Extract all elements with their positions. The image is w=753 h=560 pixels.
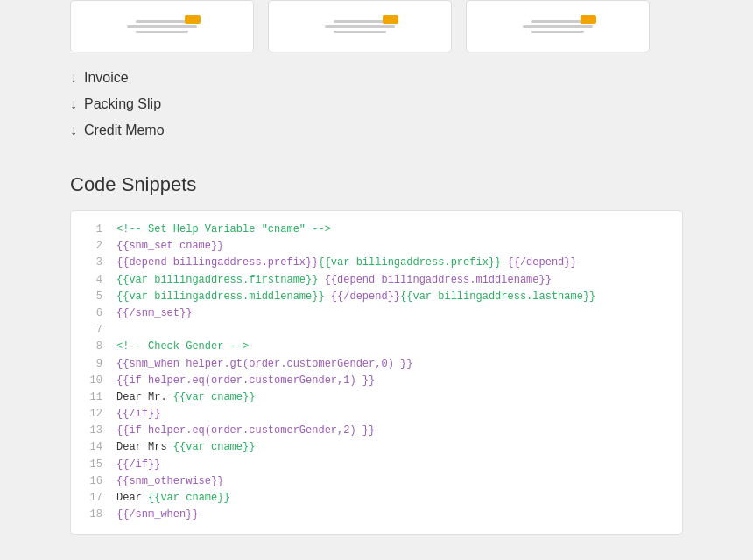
- card-3: [466, 0, 650, 52]
- card-2: [268, 0, 452, 52]
- card-badge-3: [581, 15, 596, 24]
- invoice-label: Invoice: [84, 70, 129, 86]
- line-code: {{if helper.eq(order.customerGender,1) }…: [116, 373, 375, 389]
- line-code: <!-- Check Gender -->: [116, 339, 249, 355]
- line-code: {{var billingaddress.firstname}} {{depen…: [116, 272, 552, 289]
- line-number: 17: [85, 490, 102, 507]
- line-number: 8: [85, 339, 102, 355]
- line-code: Dear Mr. {{var cname}}: [116, 389, 255, 406]
- line-code: {{/snm_set}}: [116, 305, 192, 322]
- line-number: 3: [85, 255, 102, 271]
- line-code: {{snm_set cname}}: [116, 238, 223, 255]
- line-number: 10: [85, 373, 102, 389]
- code-line: 4 {{var billingaddress.firstname}} {{dep…: [85, 272, 668, 289]
- card-badge-2: [383, 15, 398, 24]
- top-cards-row: [0, 0, 753, 52]
- code-line: 8<!-- Check Gender -->: [85, 339, 668, 355]
- line-code: {{snm_when helper.gt(order.customerGende…: [116, 356, 412, 373]
- card-badge-1: [185, 15, 201, 24]
- line-number: 18: [85, 507, 102, 523]
- card-1: [70, 0, 254, 52]
- line-number: 15: [85, 457, 102, 473]
- code-snippets-section: Code Snippets 1<!-- Set Help Variable "c…: [0, 156, 753, 552]
- code-line: 7: [85, 322, 668, 339]
- line-number: 7: [85, 322, 102, 339]
- code-line: 5 {{var billingaddress.middlename}} {{/d…: [85, 289, 668, 305]
- credit-memo-link[interactable]: ↓ Credit Memo: [70, 122, 683, 138]
- line-number: 1: [85, 221, 102, 238]
- code-snippets-title: Code Snippets: [70, 173, 683, 196]
- line-code: {{/if}}: [116, 406, 160, 423]
- code-block: 1<!-- Set Help Variable "cname" -->2{{sn…: [70, 210, 683, 535]
- line-number: 6: [85, 305, 102, 322]
- code-line: 12 {{/if}}: [85, 406, 668, 423]
- code-line: 2{{snm_set cname}}: [85, 238, 668, 255]
- invoice-arrow-icon: ↓: [70, 70, 77, 86]
- code-line: 16{{snm_otherwise}}: [85, 473, 668, 490]
- line-code: Dear Mrs {{var cname}}: [116, 439, 255, 456]
- line-code: Dear {{var cname}}: [116, 490, 230, 507]
- line-code: {{var billingaddress.middlename}} {{/dep…: [116, 289, 595, 305]
- line-number: 9: [85, 356, 102, 373]
- packing-slip-link[interactable]: ↓ Packing Slip: [70, 96, 683, 112]
- line-number: 11: [85, 389, 102, 406]
- line-number: 5: [85, 289, 102, 305]
- packing-slip-label: Packing Slip: [84, 96, 161, 112]
- download-links: ↓ Invoice ↓ Packing Slip ↓ Credit Memo: [0, 52, 753, 156]
- line-code: {{/if}}: [116, 457, 160, 473]
- code-line: 9{{snm_when helper.gt(order.customerGend…: [85, 356, 668, 373]
- code-line: 3 {{depend billingaddress.prefix}}{{var …: [85, 255, 668, 271]
- credit-memo-arrow-icon: ↓: [70, 122, 77, 138]
- credit-memo-label: Credit Memo: [84, 122, 165, 138]
- line-number: 13: [85, 423, 102, 439]
- code-line: 15 {{/if}}: [85, 457, 668, 473]
- line-number: 4: [85, 272, 102, 289]
- invoice-link[interactable]: ↓ Invoice: [70, 70, 683, 86]
- code-line: 18{{/snm_when}}: [85, 507, 668, 523]
- line-code: <!-- Set Help Variable "cname" -->: [116, 221, 331, 238]
- line-number: 2: [85, 238, 102, 255]
- code-line: 11 Dear Mr. {{var cname}}: [85, 389, 668, 406]
- code-line: 13 {{if helper.eq(order.customerGender,2…: [85, 423, 668, 439]
- code-line: 1<!-- Set Help Variable "cname" -->: [85, 221, 668, 238]
- line-code: {{if helper.eq(order.customerGender,2) }…: [116, 423, 375, 439]
- line-number: 14: [85, 439, 102, 456]
- code-line: 17 Dear {{var cname}}: [85, 490, 668, 507]
- line-code: {{depend billingaddress.prefix}}{{var bi…: [116, 255, 577, 271]
- line-code: {{snm_otherwise}}: [116, 473, 223, 490]
- line-number: 12: [85, 406, 102, 423]
- code-line: 10 {{if helper.eq(order.customerGender,1…: [85, 373, 668, 389]
- line-code: {{/snm_when}}: [116, 507, 199, 523]
- code-line: 6{{/snm_set}}: [85, 305, 668, 322]
- line-number: 16: [85, 473, 102, 490]
- code-line: 14 Dear Mrs {{var cname}}: [85, 439, 668, 456]
- packing-slip-arrow-icon: ↓: [70, 96, 77, 112]
